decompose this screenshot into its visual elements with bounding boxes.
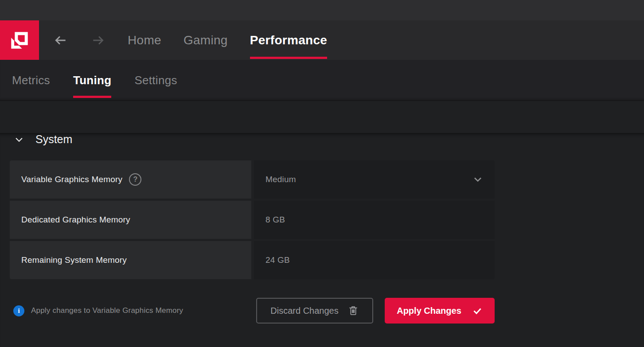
table-row-remaining-system-memory: Remaining System Memory 24 GB — [10, 241, 495, 279]
table-row-dedicated-graphics-memory: Dedicated Graphics Memory 8 GB — [10, 201, 495, 239]
tab-home[interactable]: Home — [128, 20, 161, 60]
system-settings-table: Variable Graphics Memory ? Medium Dedica… — [10, 160, 495, 279]
setting-value-cell: 24 GB — [254, 241, 495, 279]
chevron-down-icon — [14, 135, 24, 144]
performance-subnav: Metrics Tuning Settings — [0, 60, 644, 101]
apply-changes-label: Apply Changes — [397, 306, 461, 316]
discard-changes-label: Discard Changes — [270, 306, 338, 316]
discard-changes-button[interactable]: Discard Changes — [256, 298, 373, 324]
subtab-settings[interactable]: Settings — [134, 60, 177, 101]
tab-home-label: Home — [128, 33, 161, 47]
main-nav: Home Gaming Performance — [128, 20, 327, 60]
variable-graphics-memory-dropdown[interactable]: Medium — [254, 160, 495, 199]
tab-performance[interactable]: Performance — [250, 20, 328, 60]
app-header: Home Gaming Performance — [0, 20, 644, 60]
system-section-header[interactable]: System — [14, 133, 112, 146]
tab-gaming[interactable]: Gaming — [183, 20, 228, 60]
subtab-metrics[interactable]: Metrics — [12, 60, 50, 101]
setting-label: Variable Graphics Memory — [21, 175, 122, 184]
setting-value: 8 GB — [265, 215, 285, 225]
actions-footer: i Apply changes to Variable Graphics Mem… — [10, 298, 495, 324]
setting-label: Dedicated Graphics Memory — [21, 215, 130, 225]
arrow-left-icon — [53, 33, 68, 48]
setting-label-cell: Remaining System Memory — [10, 241, 251, 279]
setting-value-cell: 8 GB — [254, 201, 495, 239]
apply-changes-button[interactable]: Apply Changes — [385, 298, 495, 324]
table-row-variable-graphics-memory: Variable Graphics Memory ? Medium — [10, 160, 495, 199]
setting-label-cell: Dedicated Graphics Memory — [10, 201, 251, 239]
section-title: System — [35, 133, 72, 146]
tab-performance-label: Performance — [250, 33, 328, 47]
setting-label: Remaining System Memory — [21, 255, 127, 265]
trash-icon — [347, 305, 359, 316]
back-button[interactable] — [51, 20, 70, 60]
checkmark-icon — [472, 305, 483, 316]
subtab-tuning-label: Tuning — [73, 74, 112, 87]
tab-gaming-label: Gaming — [183, 33, 228, 47]
tuning-content: System Variable Graphics Memory ? Medium… — [0, 133, 644, 347]
help-icon[interactable]: ? — [129, 173, 141, 186]
subtab-settings-label: Settings — [134, 74, 177, 87]
forward-button[interactable] — [89, 20, 108, 60]
subtab-tuning[interactable]: Tuning — [73, 60, 112, 101]
active-subtab-underline — [73, 96, 112, 98]
setting-label-cell: Variable Graphics Memory ? — [10, 160, 251, 199]
apply-note: i Apply changes to Variable Graphics Mem… — [10, 305, 183, 316]
amd-logo[interactable] — [0, 20, 39, 60]
subtab-metrics-label: Metrics — [12, 74, 50, 87]
apply-note-text: Apply changes to Variable Graphics Memor… — [31, 306, 183, 315]
active-tab-underline — [250, 57, 328, 59]
setting-value: 24 GB — [265, 255, 290, 265]
amd-arrow-icon — [10, 31, 29, 50]
info-icon: i — [13, 305, 24, 316]
dropdown-selected-value: Medium — [265, 175, 296, 184]
chevron-down-icon — [472, 174, 483, 185]
arrow-right-icon — [91, 33, 106, 48]
window-titlebar[interactable] — [0, 0, 644, 20]
